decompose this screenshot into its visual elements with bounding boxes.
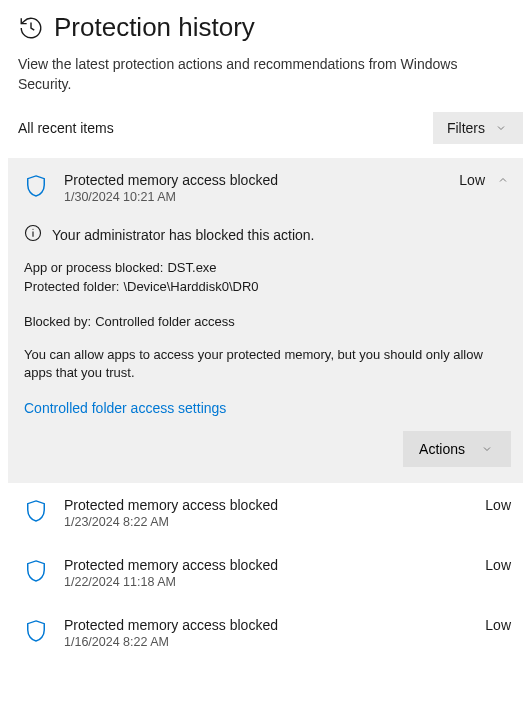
svg-point-2 bbox=[32, 229, 33, 230]
item-title: Protected memory access blocked bbox=[64, 172, 443, 188]
item-right: Low bbox=[485, 497, 511, 513]
item-right: Low bbox=[485, 557, 511, 573]
shield-icon bbox=[24, 557, 48, 583]
severity-label: Low bbox=[459, 172, 485, 188]
section-header: All recent items Filters bbox=[8, 112, 523, 144]
actions-button[interactable]: Actions bbox=[403, 431, 511, 467]
item-right: Low bbox=[459, 172, 511, 188]
history-item-expanded[interactable]: Protected memory access blocked 1/30/202… bbox=[8, 158, 523, 483]
chevron-down-icon bbox=[493, 120, 509, 136]
history-item[interactable]: Protected memory access blocked 1/16/202… bbox=[8, 603, 523, 663]
section-label: All recent items bbox=[18, 120, 114, 136]
item-right: Low bbox=[485, 617, 511, 633]
page-subtitle: View the latest protection actions and r… bbox=[8, 47, 523, 112]
severity-label: Low bbox=[485, 497, 511, 513]
history-item[interactable]: Protected memory access blocked 1/22/202… bbox=[8, 543, 523, 603]
admin-blocked-row: Your administrator has blocked this acti… bbox=[24, 224, 511, 245]
item-main: Protected memory access blocked 1/30/202… bbox=[64, 172, 443, 204]
item-main: Protected memory access blocked 1/23/202… bbox=[64, 497, 469, 529]
blockedby-block: Blocked by: Controlled folder access bbox=[24, 313, 511, 332]
chevron-up-icon bbox=[495, 172, 511, 188]
app-key: App or process blocked: bbox=[24, 259, 163, 278]
item-main: Protected memory access blocked 1/22/202… bbox=[64, 557, 469, 589]
info-icon bbox=[24, 224, 42, 245]
severity-label: Low bbox=[485, 617, 511, 633]
allow-description: You can allow apps to access your protec… bbox=[24, 346, 511, 382]
page-header: Protection history bbox=[8, 12, 523, 47]
blockedby-key: Blocked by: bbox=[24, 313, 91, 332]
shield-icon bbox=[24, 617, 48, 643]
severity-label: Low bbox=[485, 557, 511, 573]
item-title: Protected memory access blocked bbox=[64, 557, 469, 573]
folder-value: \Device\Harddisk0\DR0 bbox=[123, 278, 258, 297]
admin-blocked-text: Your administrator has blocked this acti… bbox=[52, 227, 315, 243]
history-items-list: Protected memory access blocked 1/30/202… bbox=[8, 158, 523, 663]
shield-icon bbox=[24, 172, 48, 198]
history-item[interactable]: Protected memory access blocked 1/23/202… bbox=[8, 483, 523, 543]
item-title: Protected memory access blocked bbox=[64, 497, 469, 513]
item-timestamp: 1/23/2024 8:22 AM bbox=[64, 515, 469, 529]
page-title: Protection history bbox=[54, 12, 255, 43]
item-title: Protected memory access blocked bbox=[64, 617, 469, 633]
item-details: Your administrator has blocked this acti… bbox=[24, 224, 511, 467]
item-timestamp: 1/22/2024 11:18 AM bbox=[64, 575, 469, 589]
item-timestamp: 1/16/2024 8:22 AM bbox=[64, 635, 469, 649]
folder-key: Protected folder: bbox=[24, 278, 119, 297]
chevron-down-icon bbox=[479, 441, 495, 457]
controlled-folder-access-link[interactable]: Controlled folder access settings bbox=[24, 400, 226, 416]
blockedby-value: Controlled folder access bbox=[95, 313, 234, 332]
blocked-app-block: App or process blocked: DST.exe Protecte… bbox=[24, 259, 511, 297]
history-icon bbox=[18, 15, 44, 41]
app-value: DST.exe bbox=[167, 259, 216, 278]
shield-icon bbox=[24, 497, 48, 523]
actions-label: Actions bbox=[419, 441, 465, 457]
item-timestamp: 1/30/2024 10:21 AM bbox=[64, 190, 443, 204]
item-main: Protected memory access blocked 1/16/202… bbox=[64, 617, 469, 649]
filters-label: Filters bbox=[447, 120, 485, 136]
filters-button[interactable]: Filters bbox=[433, 112, 523, 144]
